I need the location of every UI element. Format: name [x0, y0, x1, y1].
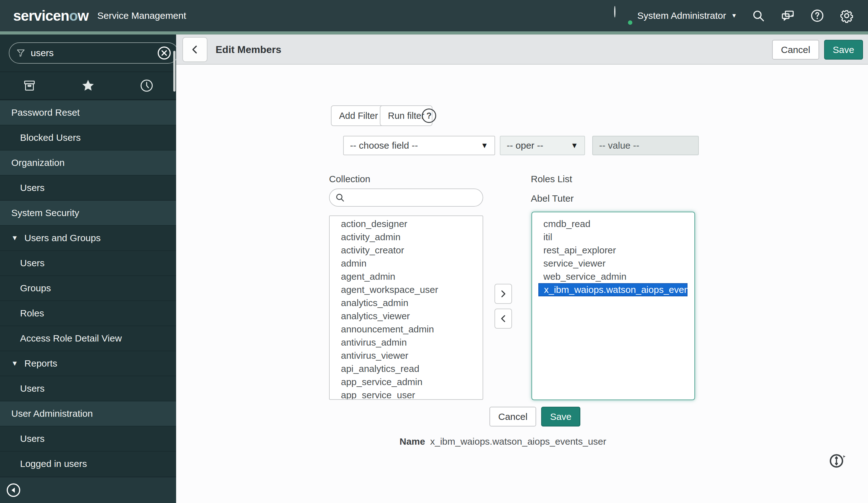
roles-option[interactable]: service_viewer: [538, 257, 688, 270]
sidebar-item[interactable]: ▼ Logged in users: [0, 451, 176, 476]
roles-list-label: Roles List: [531, 174, 572, 184]
add-filter-button[interactable]: Add Filter: [331, 105, 386, 126]
back-button[interactable]: [182, 37, 207, 62]
nav-menu: ▼ Password Reset ▼ Blocked Users ▼ Organ…: [0, 100, 176, 476]
accent-strip: [0, 31, 868, 34]
tab-history[interactable]: [117, 72, 176, 99]
collection-option[interactable]: agent_workspace_user: [336, 283, 476, 296]
collection-label: Collection: [329, 174, 370, 184]
nav-filter-area: [0, 34, 176, 72]
remove-role-button[interactable]: [495, 309, 512, 329]
sidebar-item-label: Reports: [24, 358, 57, 369]
main-content: Edit Members Cancel Save Add Filter Run …: [176, 34, 868, 503]
sidebar-item[interactable]: ▼ System Security: [0, 200, 176, 225]
status-dot: [627, 20, 633, 26]
filter-help-icon[interactable]: ?: [422, 109, 436, 123]
collection-option[interactable]: action_designer: [336, 217, 476, 231]
gear-icon[interactable]: [838, 8, 855, 24]
sidebar-item-label: Users: [20, 433, 44, 444]
roles-option[interactable]: itil: [538, 231, 688, 244]
search-icon[interactable]: [750, 8, 766, 24]
collection-option[interactable]: app_service_user: [336, 389, 476, 400]
add-role-button[interactable]: [495, 284, 512, 304]
name-value: x_ibm_waiops.watson_aiops_events_user: [430, 436, 606, 446]
sidebar-item[interactable]: ▼ Users: [0, 175, 176, 200]
chevron-left-icon: [498, 314, 508, 323]
sidebar-item[interactable]: ▼ Users: [0, 250, 176, 275]
collection-option[interactable]: agent_admin: [336, 270, 476, 283]
sidebar-item-label: Access Role Detail View: [20, 333, 122, 344]
sidebar-item-label: Users: [20, 383, 44, 394]
roles-listbox[interactable]: cmdb_read itil rest_api_explorer service…: [531, 212, 695, 400]
collection-listbox[interactable]: action_designer activity_admin activity_…: [329, 215, 483, 400]
cancel-button[interactable]: Cancel: [772, 40, 819, 60]
nav-tabs: [0, 72, 176, 100]
product-title: Service Management: [97, 10, 186, 21]
collection-option[interactable]: activity_creator: [336, 244, 476, 257]
page-title: Edit Members: [216, 34, 281, 64]
name-line: Namex_ibm_waiops.watson_aiops_events_use…: [400, 436, 606, 447]
operator-select[interactable]: -- oper -- ▼: [500, 136, 585, 155]
chevron-left-icon: [189, 44, 200, 55]
collection-option[interactable]: analytics_admin: [336, 296, 476, 310]
sidebar-item[interactable]: ▼ Access Role Detail View: [0, 325, 176, 351]
tab-favorites[interactable]: [59, 72, 117, 99]
collection-option[interactable]: announcement_admin: [336, 323, 476, 336]
sidebar-item[interactable]: ▼ Users and Groups: [0, 225, 176, 250]
sidebar-item-label: Blocked Users: [20, 132, 81, 143]
slush-cancel-button[interactable]: Cancel: [489, 407, 536, 426]
chevron-right-icon: [498, 289, 508, 299]
slush-save-button[interactable]: Save: [541, 407, 580, 426]
avatar: [614, 7, 632, 25]
roles-option[interactable]: web_service_admin: [538, 270, 688, 283]
tab-all-applications[interactable]: [0, 72, 59, 99]
caret-down-icon: ▼: [481, 141, 488, 150]
sidebar-item-label: Logged in users: [20, 459, 87, 469]
sidebar-item[interactable]: ▼ Groups: [0, 275, 176, 300]
roles-option[interactable]: cmdb_read: [538, 217, 688, 231]
application-navigator: ▼ Password Reset ▼ Blocked Users ▼ Organ…: [0, 34, 176, 503]
roles-option[interactable]: rest_api_explorer: [538, 244, 688, 257]
value-field[interactable]: -- value --: [592, 136, 699, 155]
form-toolbar: Edit Members Cancel Save: [176, 34, 868, 64]
sidebar-item-label: User Administration: [11, 408, 93, 419]
caret-down-icon: ▼: [11, 359, 18, 368]
collection-option[interactable]: admin: [336, 257, 476, 270]
collection-option[interactable]: antivirus_admin: [336, 336, 476, 349]
sidebar-item[interactable]: ▼ Organization: [0, 150, 176, 175]
sidebar-item-label: System Security: [11, 208, 79, 218]
caret-down-icon: ▼: [571, 141, 578, 150]
collection-search[interactable]: [329, 189, 483, 207]
collection-option[interactable]: analytics_viewer: [336, 310, 476, 323]
nav-filter-input[interactable]: [31, 48, 152, 58]
sidebar-item-label: Organization: [11, 158, 64, 168]
collection-option[interactable]: activity_admin: [336, 231, 476, 244]
clear-filter-icon[interactable]: [157, 46, 172, 61]
choose-field-select[interactable]: -- choose field -- ▼: [343, 136, 495, 155]
collapse-sidebar-icon[interactable]: [6, 482, 21, 498]
sidebar-item[interactable]: ▼ Users: [0, 426, 176, 451]
response-time-icon[interactable]: [827, 450, 847, 471]
archive-box-icon: [22, 78, 37, 93]
chat-icon[interactable]: [779, 8, 796, 24]
servicenow-logo: servicenow: [13, 7, 89, 24]
help-icon[interactable]: [809, 8, 825, 24]
clock-icon: [140, 78, 154, 93]
sidebar-item[interactable]: ▼ Blocked Users: [0, 125, 176, 150]
collection-search-input[interactable]: [349, 192, 477, 203]
sidebar-item[interactable]: ▼ Password Reset: [0, 100, 176, 125]
collection-option[interactable]: app_service_admin: [336, 375, 476, 389]
roles-option[interactable]: x_ibm_waiops.watson_aiops_events_user: [538, 283, 688, 296]
user-menu[interactable]: System Administrator ▼: [614, 7, 737, 25]
sidebar-item[interactable]: ▼ Users: [0, 376, 176, 401]
sidebar-item[interactable]: ▼ User Administration: [0, 401, 176, 426]
collection-option[interactable]: antivirus_viewer: [336, 349, 476, 362]
sidebar-item[interactable]: ▼ Reports: [0, 351, 176, 376]
caret-down-icon: ▼: [11, 234, 18, 242]
nav-filter-pill[interactable]: [9, 42, 179, 64]
collection-option[interactable]: api_analytics_read: [336, 362, 476, 375]
sidebar-scrollbar[interactable]: [173, 51, 175, 92]
star-icon: [81, 78, 95, 93]
sidebar-item[interactable]: ▼ Roles: [0, 300, 176, 325]
save-button[interactable]: Save: [824, 40, 863, 60]
